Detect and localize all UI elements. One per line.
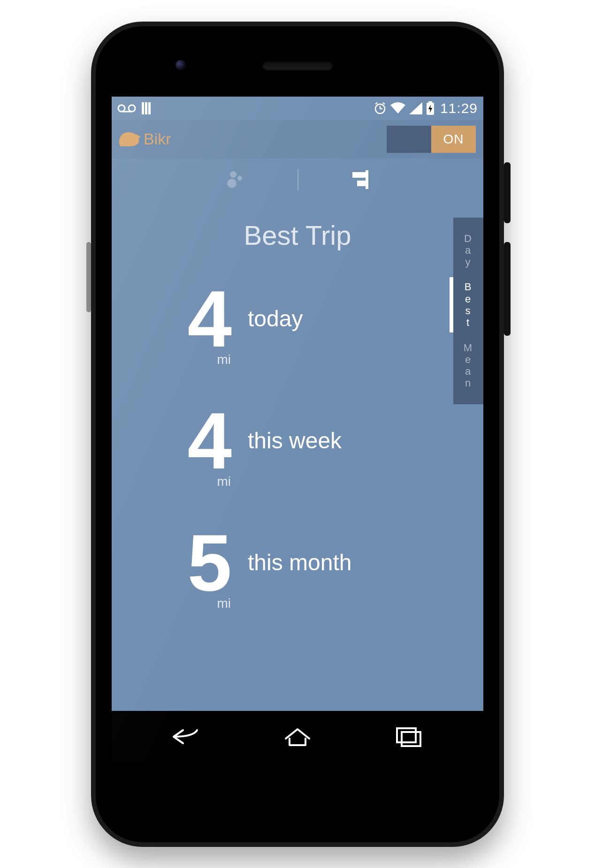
metric-option-best[interactable]: Best bbox=[453, 274, 483, 335]
screen: 11:29 Bikr ON bbox=[112, 97, 483, 762]
content-area: Best Trip 4 mi today 4 mi bbox=[112, 201, 483, 711]
svg-point-0 bbox=[118, 105, 125, 112]
metric-option-mean[interactable]: Mean bbox=[453, 335, 483, 396]
back-icon bbox=[170, 727, 203, 746]
phone-camera bbox=[175, 60, 186, 70]
stat-value: 4 bbox=[149, 401, 229, 481]
svg-rect-12 bbox=[428, 101, 432, 103]
stat-value: 4 bbox=[149, 279, 229, 359]
svg-line-10 bbox=[383, 103, 385, 104]
page-title: Best Trip bbox=[112, 219, 483, 251]
stat-list: 4 mi today 4 mi this week bbox=[112, 279, 483, 603]
stat-unit: mi bbox=[217, 474, 231, 489]
notification-icon bbox=[142, 102, 152, 114]
battery-charging-icon bbox=[426, 101, 435, 115]
status-bar: 11:29 bbox=[112, 97, 483, 120]
svg-rect-14 bbox=[402, 732, 420, 746]
metric-selector: Day Best Mean bbox=[453, 218, 483, 404]
switch-on-label: ON bbox=[431, 126, 476, 153]
stat-label: this week bbox=[248, 428, 342, 453]
svg-rect-4 bbox=[145, 102, 147, 114]
signal-icon bbox=[409, 102, 422, 114]
stat-unit: mi bbox=[217, 352, 231, 367]
nav-back-button[interactable] bbox=[163, 723, 210, 751]
svg-point-1 bbox=[129, 105, 135, 112]
svg-rect-13 bbox=[397, 728, 416, 742]
nav-recents-button[interactable] bbox=[385, 723, 432, 751]
bubbles-icon bbox=[227, 170, 246, 189]
stat-unit: mi bbox=[217, 596, 231, 611]
tab-bubbles[interactable] bbox=[225, 168, 248, 191]
view-tabs bbox=[112, 159, 483, 201]
metric-option-day[interactable]: Day bbox=[453, 226, 483, 275]
stat-label: today bbox=[248, 306, 303, 332]
svg-line-9 bbox=[375, 103, 377, 104]
tracking-switch[interactable]: ON bbox=[387, 126, 476, 153]
app-title: Bikr bbox=[144, 130, 171, 148]
phone-side-notch bbox=[86, 242, 91, 312]
alarm-icon bbox=[374, 102, 387, 115]
app-bar: Bikr ON bbox=[112, 120, 483, 159]
bars-icon bbox=[349, 171, 368, 188]
stat-label: this month bbox=[248, 550, 351, 575]
svg-rect-3 bbox=[142, 102, 144, 114]
voicemail-icon bbox=[117, 104, 136, 113]
status-time: 11:29 bbox=[440, 100, 478, 116]
home-icon bbox=[281, 726, 314, 747]
stat-row-month: 5 mi this month bbox=[149, 523, 483, 603]
android-navbar bbox=[112, 711, 483, 762]
phone-earpiece bbox=[262, 61, 333, 70]
stat-row-week: 4 mi this week bbox=[149, 401, 483, 481]
stat-row-today: 4 mi today bbox=[149, 279, 483, 359]
recents-icon bbox=[395, 726, 422, 747]
wifi-icon bbox=[390, 102, 405, 114]
nav-home-button[interactable] bbox=[274, 723, 321, 751]
stat-value: 5 bbox=[149, 523, 229, 603]
tab-bars[interactable] bbox=[347, 168, 370, 191]
phone-frame: 11:29 Bikr ON bbox=[91, 22, 504, 847]
phone-power-button bbox=[504, 162, 511, 223]
app-logo-icon bbox=[119, 132, 139, 146]
svg-rect-5 bbox=[148, 102, 151, 114]
phone-volume-button bbox=[504, 242, 511, 336]
